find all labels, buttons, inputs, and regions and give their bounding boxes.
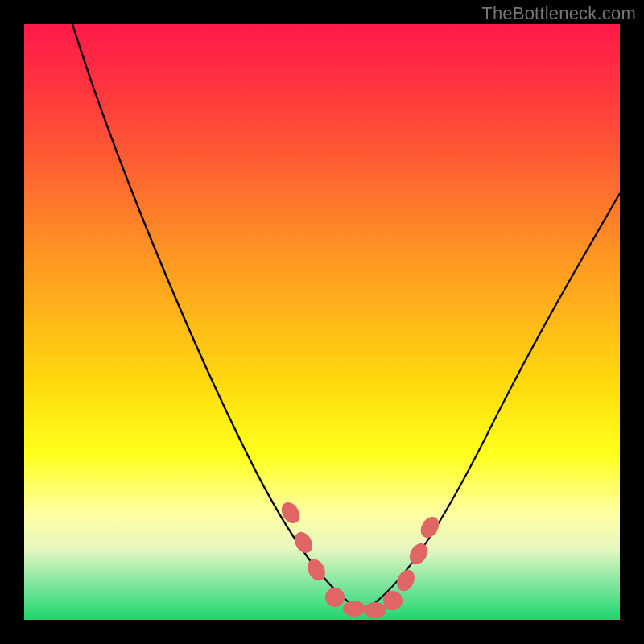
attribution-text: TheBottleneck.com [481,3,636,24]
marker-4 [325,588,345,607]
marker-2 [291,529,316,556]
marker-5 [343,601,365,617]
marker-10 [417,514,443,541]
plot-area [24,24,620,620]
valley-markers [278,499,443,618]
marker-9 [406,540,431,568]
marker-7 [383,591,402,610]
curve-right-arm [362,193,620,612]
stage: TheBottleneck.com [0,0,644,644]
marker-1 [278,499,303,526]
curve-left-arm [72,24,362,612]
curve-svg [24,24,620,620]
marker-6 [364,602,386,618]
